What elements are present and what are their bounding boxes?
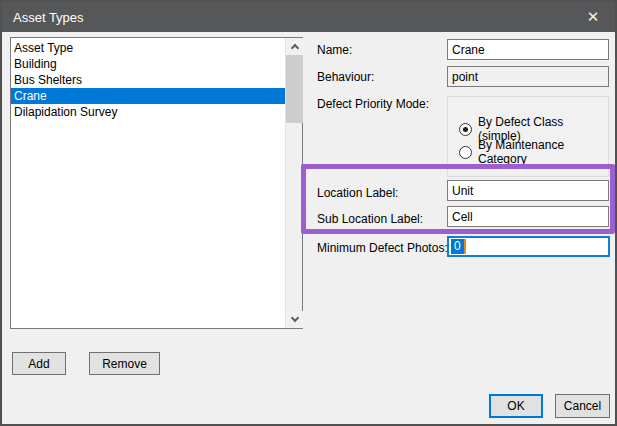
radio-label: By Maintenance Category [478, 138, 608, 166]
list-item[interactable]: Bus Shelters [11, 72, 285, 88]
ok-button[interactable]: OK [489, 394, 543, 418]
scroll-up-icon[interactable] [286, 38, 303, 55]
list-scrollbar[interactable] [285, 38, 302, 328]
selected-text: 0 [451, 239, 464, 254]
title-bar: Asset Types ✕ [2, 2, 615, 32]
radio-selected-icon [459, 123, 472, 136]
list-item[interactable]: Dilapidation Survey [11, 104, 285, 120]
radio-by-maintenance-category[interactable]: By Maintenance Category [459, 138, 608, 166]
defect-priority-mode-label: Defect Priority Mode: [317, 97, 429, 111]
behaviour-value: point [452, 70, 478, 84]
name-label: Name: [317, 43, 352, 57]
asset-type-list: Asset Type Building Bus Shelters Crane D… [11, 40, 285, 120]
location-label-input[interactable]: Unit [447, 180, 609, 201]
radio-unselected-icon [459, 146, 472, 159]
list-item[interactable]: Building [11, 56, 285, 72]
scroll-thumb[interactable] [286, 55, 303, 123]
location-label: Location Label: [317, 186, 398, 200]
minimum-defect-photos-input[interactable]: 0 [447, 236, 610, 257]
behaviour-label: Behaviour: [317, 70, 374, 84]
defect-priority-panel: By Defect Class (simple) By Maintenance … [447, 96, 609, 177]
name-input[interactable]: Crane [447, 39, 609, 60]
window-title: Asset Types [2, 10, 84, 25]
scroll-down-icon[interactable] [286, 311, 303, 328]
list-item-selected[interactable]: Crane [11, 88, 285, 104]
asset-types-dialog: Asset Types ✕ Asset Type Building Bus Sh… [0, 0, 617, 426]
asset-type-listbox: Asset Type Building Bus Shelters Crane D… [10, 37, 303, 329]
add-button[interactable]: Add [12, 352, 66, 375]
remove-button[interactable]: Remove [89, 352, 160, 375]
cancel-button[interactable]: Cancel [555, 394, 610, 418]
sub-location-label: Sub Location Label: [317, 212, 423, 226]
sub-location-label-input[interactable]: Cell [447, 206, 609, 227]
list-item[interactable]: Asset Type [11, 40, 285, 56]
behaviour-dropdown[interactable]: point [447, 66, 609, 87]
minimum-defect-photos-label: Minimum Defect Photos: [317, 241, 448, 255]
text-caret [464, 239, 466, 254]
close-icon[interactable]: ✕ [571, 2, 615, 32]
